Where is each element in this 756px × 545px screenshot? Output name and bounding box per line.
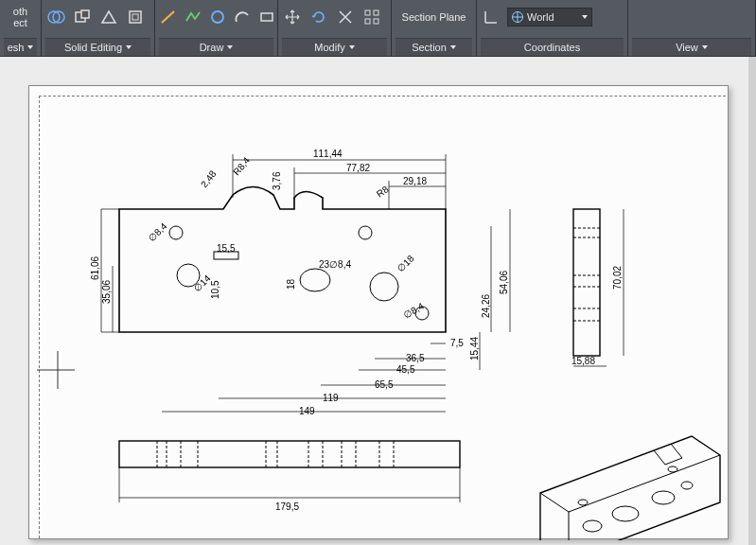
circle-icon[interactable] [208, 7, 227, 27]
coordinate-system-dropdown[interactable]: World [507, 8, 592, 26]
polyline-icon[interactable] [184, 7, 202, 27]
dim-29-18: 29,18 [403, 176, 427, 186]
dim-36-5: 36,5 [406, 353, 425, 363]
dim-18: 18 [286, 278, 296, 290]
dim-3-76: 3,76 [272, 171, 282, 190]
dim-149: 149 [299, 406, 315, 416]
coordinate-system-value: World [527, 11, 554, 23]
svg-rect-8 [365, 10, 370, 15]
svg-rect-3 [81, 10, 89, 18]
chevron-down-icon [702, 45, 708, 49]
dim-phi18: ∅18 [396, 253, 416, 273]
chevron-down-icon [227, 45, 233, 49]
svg-rect-10 [365, 19, 370, 24]
modify-panel-title[interactable]: Modify [282, 38, 387, 56]
smooth-object-button[interactable]: oth ect [9, 4, 31, 30]
section-panel-title[interactable]: Section [396, 38, 472, 56]
globe-icon [512, 11, 523, 23]
coordinates-panel-title[interactable]: Coordinates [481, 38, 624, 56]
svg-point-42 [681, 482, 693, 489]
ucs-icon[interactable] [481, 7, 501, 27]
subtract-icon[interactable] [72, 7, 93, 27]
svg-point-43 [578, 500, 588, 505]
ribbon-toolbar: oth ect esh Solid Editing [0, 0, 756, 57]
shell-icon[interactable] [125, 7, 146, 27]
svg-point-40 [612, 506, 639, 521]
svg-rect-5 [132, 14, 138, 20]
modify-panel: Modify [278, 0, 392, 56]
dim-119: 119 [323, 393, 339, 403]
dim-45-5: 45,5 [396, 364, 415, 375]
edge-icon[interactable] [98, 7, 119, 27]
dim-70-02: 70,02 [612, 266, 623, 290]
svg-rect-7 [261, 13, 273, 21]
svg-point-41 [652, 491, 675, 504]
svg-rect-26 [119, 441, 460, 467]
svg-point-12 [169, 226, 183, 239]
dim-15-44: 15,44 [469, 337, 480, 360]
section-plane-button[interactable]: Section Plane [398, 9, 470, 25]
vertical-scrollbar[interactable] [748, 57, 756, 545]
dim-10-5: 10,5 [210, 280, 220, 299]
drawing-workspace[interactable]: 111,44 77,82 29,18 2,48 R8,4 3,76 R8 ∅8,… [0, 57, 756, 545]
svg-rect-11 [374, 19, 378, 24]
trim-icon[interactable] [335, 7, 356, 27]
chevron-down-icon [349, 45, 355, 49]
chevron-down-icon [126, 45, 132, 49]
paper-sheet: 111,44 77,82 29,18 2,48 R8,4 3,76 R8 ∅8,… [28, 85, 729, 539]
dim-r8: R8 [375, 184, 391, 200]
cad-drawing: 111,44 77,82 29,18 2,48 R8,4 3,76 R8 ∅8,… [29, 86, 728, 538]
dim-54-06: 54,06 [499, 271, 509, 294]
union-icon[interactable] [45, 7, 66, 27]
svg-rect-9 [374, 10, 378, 15]
smooth-object-label-1: oth [13, 6, 27, 17]
view-panel-title[interactable]: View [632, 38, 751, 56]
svg-point-15 [300, 269, 330, 291]
dim-2-48: 2,48 [199, 168, 219, 189]
chevron-down-icon [27, 45, 33, 49]
svg-point-6 [212, 11, 223, 23]
smooth-object-label-2: ect [13, 17, 27, 28]
dim-24-26: 24,26 [481, 294, 491, 318]
svg-point-13 [359, 226, 372, 239]
line-icon[interactable] [159, 7, 178, 27]
rectangle-icon[interactable] [257, 7, 276, 27]
section-plane-label: Section Plane [402, 11, 466, 23]
chevron-down-icon [450, 45, 456, 49]
coordinates-panel: World Coordinates [477, 0, 628, 56]
svg-point-44 [668, 466, 677, 472]
mesh-panel: oth ect esh [0, 0, 42, 56]
dim-7-5: 7,5 [450, 338, 464, 348]
svg-point-39 [583, 520, 602, 532]
draw-panel-title[interactable]: Draw [159, 38, 273, 56]
mesh-panel-title[interactable]: esh [4, 38, 37, 56]
svg-point-16 [370, 272, 398, 301]
array-icon[interactable] [361, 7, 382, 27]
draw-panel: Draw [155, 0, 278, 56]
rotate-icon[interactable] [308, 7, 329, 27]
svg-rect-19 [573, 209, 600, 356]
dim-61-06: 61,06 [90, 256, 100, 280]
dim-r8-4: R8,4 [231, 155, 252, 178]
dim-77-82: 77,82 [346, 163, 370, 173]
dim-35-06: 35,06 [101, 280, 112, 304]
dim-179-5: 179,5 [275, 501, 299, 512]
move-icon[interactable] [282, 7, 303, 27]
dim-111-44: 111,44 [313, 149, 343, 159]
dim-phi8-4-left: ∅8,4 [147, 220, 169, 243]
arc-icon[interactable] [233, 7, 252, 27]
dim-phi8-4-right: ∅8,4 [402, 301, 427, 321]
dim-23-phi8-4: 23∅8,4 [319, 259, 351, 270]
section-panel: Section Plane Section [392, 0, 477, 56]
view-panel: View [628, 0, 756, 56]
solid-editing-panel-title[interactable]: Solid Editing [45, 38, 150, 56]
svg-rect-4 [130, 11, 141, 23]
dim-15-88: 15,88 [571, 356, 595, 366]
dim-15-5: 15,5 [217, 243, 236, 254]
dim-65-5: 65,5 [375, 379, 394, 390]
solid-editing-panel: Solid Editing [42, 0, 155, 56]
